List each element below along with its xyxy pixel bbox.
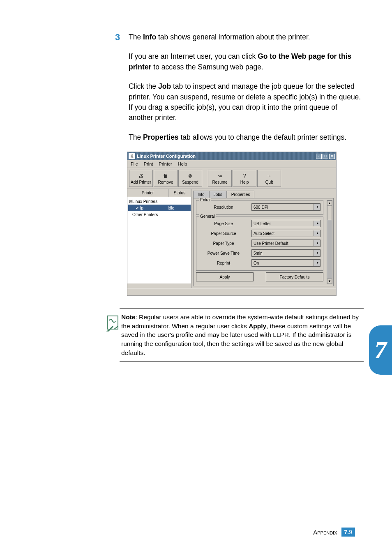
page-footer: Appendix 7.9 — [313, 528, 355, 537]
add-printer-button[interactable]: 🖨Add Printer — [129, 170, 153, 187]
bold-properties: Properties — [143, 133, 179, 141]
apply-button[interactable]: Apply — [196, 272, 254, 281]
reprint-select[interactable]: On♦ — [251, 259, 321, 267]
toolbar: 🖨Add Printer 🗑Remove ⊗Suspend ↝Resume ?H… — [127, 168, 336, 189]
tree-row-other[interactable]: Other Printers — [128, 211, 190, 218]
appendix-label: Appendix — [313, 529, 337, 536]
label: Other Printers — [132, 212, 158, 217]
page-badge: 7.9 — [341, 528, 355, 537]
note-text: Note: Regular users are able to override… — [121, 313, 362, 357]
reprint-label: Reprint — [199, 261, 248, 265]
resume-button[interactable]: ↝Resume — [208, 170, 232, 187]
col-printer[interactable]: Printer — [127, 189, 168, 197]
value: On — [254, 261, 259, 265]
scroll-up-icon[interactable]: ▲ — [327, 200, 332, 206]
scroll-down-icon[interactable]: ▼ — [327, 279, 332, 284]
tab-info[interactable]: Info — [193, 191, 209, 198]
menu-file[interactable]: File — [131, 161, 138, 166]
maximize-button[interactable]: □ — [323, 154, 328, 159]
label: Suspend — [182, 180, 198, 184]
suspend-icon: ⊗ — [188, 173, 192, 179]
resolution-label: Resolution — [199, 205, 248, 210]
text: Click the — [129, 82, 158, 90]
properties-panel: ▲ ▼ Extra Resolution 600 DPI♦ — [193, 198, 334, 286]
scroll-thumb[interactable] — [327, 206, 332, 220]
value: 600 DPI — [254, 205, 268, 210]
menu-printer[interactable]: Printer — [159, 161, 172, 166]
tab-jobs[interactable]: Jobs — [209, 191, 227, 198]
label: Remove — [158, 180, 173, 184]
paper-type-label: Paper Type — [199, 241, 248, 246]
menu-help[interactable]: Help — [178, 161, 187, 166]
menu-print[interactable]: Print — [144, 161, 153, 166]
tab-properties[interactable]: Properties — [227, 191, 255, 198]
label: Linux Printers — [132, 199, 157, 204]
quit-button[interactable]: →Quit — [257, 170, 281, 187]
paper-type-select[interactable]: Use Printer Default♦ — [251, 240, 321, 247]
value: US Letter — [254, 221, 271, 226]
paragraph-properties-tab: The Properties tab allows you to change … — [129, 132, 362, 143]
value: Auto Select — [254, 231, 274, 236]
bold-job: Job — [158, 82, 171, 90]
page-size-select[interactable]: US Letter♦ — [251, 220, 321, 227]
resume-icon: ↝ — [218, 173, 222, 179]
power-save-label: Power Save Time — [199, 251, 248, 256]
chapter-number: 7 — [374, 336, 387, 364]
minimize-button[interactable]: · — [316, 154, 322, 159]
printer-tree-pane: Printer Status ⊟ Linux Printers ✔lp Idle… — [127, 189, 191, 288]
close-button[interactable]: ✕ — [329, 154, 335, 159]
label: lp — [140, 206, 143, 210]
text: to access the Samsung web page. — [151, 63, 263, 71]
text: If you are an Internet user, you can cli… — [129, 52, 258, 60]
status-bar — [127, 288, 336, 295]
paragraph-web-page: If you are an Internet user, you can cli… — [129, 51, 362, 72]
quit-icon: → — [267, 173, 272, 179]
page-size-label: Page Size — [199, 221, 248, 226]
k-icon: K — [129, 153, 135, 159]
text: The — [129, 133, 143, 141]
tree-row-root[interactable]: ⊟ Linux Printers — [128, 198, 190, 205]
label: Quit — [265, 180, 273, 184]
paper-source-select[interactable]: Auto Select♦ — [251, 230, 321, 237]
tabs: Info Jobs Properties — [193, 191, 334, 198]
window-titlebar[interactable]: K Linux Printer Configuration · □ ✕ — [127, 152, 336, 160]
trash-icon: 🗑 — [163, 173, 168, 179]
resolution-select[interactable]: 600 DPI♦ — [251, 203, 321, 211]
printer-icon: 🖨 — [138, 173, 143, 179]
help-button[interactable]: ?Help — [233, 170, 256, 187]
right-pane: Info Jobs Properties ▲ ▼ Extra — [191, 189, 336, 288]
label: Resume — [212, 180, 227, 184]
general-group-title: General — [199, 214, 216, 219]
window-title: Linux Printer Configuration — [137, 154, 196, 159]
label: Help — [240, 180, 249, 184]
page-num: 9 — [349, 529, 352, 535]
extra-group-title: Extra — [199, 198, 211, 202]
extra-group: Extra Resolution 600 DPI♦ — [196, 200, 323, 215]
factory-defaults-button[interactable]: Factory Defaults — [266, 272, 323, 281]
menubar: File Print Printer Help — [127, 160, 336, 168]
text: The — [129, 33, 143, 41]
check-icon: ✔ — [136, 206, 139, 210]
scrollbar[interactable]: ▲ ▼ — [327, 200, 332, 284]
paragraph-info-tab: The Info tab shows general information a… — [129, 32, 362, 42]
suspend-button[interactable]: ⊗Suspend — [178, 170, 202, 187]
tree-header: Printer Status — [127, 189, 191, 197]
note-label: Note — [121, 313, 135, 320]
note-icon — [105, 315, 122, 332]
status-label: Idle — [168, 206, 191, 210]
screenshot-window: K Linux Printer Configuration · □ ✕ File… — [127, 152, 337, 296]
value: 5min — [254, 251, 263, 256]
tree-row-selected[interactable]: ✔lp Idle — [128, 205, 191, 211]
text: tab shows general information about the … — [156, 33, 310, 41]
chapter-tab: 7 — [369, 325, 392, 375]
paragraph-job-tab: Click the Job tab to inspect and manage … — [129, 81, 362, 123]
col-status[interactable]: Status — [168, 189, 191, 197]
value: Use Printer Default — [254, 241, 288, 246]
step-number: 3 — [115, 32, 120, 43]
remove-button[interactable]: 🗑Remove — [154, 170, 178, 187]
label: Add Printer — [131, 180, 151, 184]
tree-body[interactable]: ⊟ Linux Printers ✔lp Idle Other Printers — [127, 197, 191, 283]
power-save-select[interactable]: 5min♦ — [251, 249, 321, 257]
general-group: General Page Size US Letter♦ Paper Sourc… — [196, 217, 323, 271]
note-box: Note: Regular users are able to override… — [120, 308, 364, 362]
